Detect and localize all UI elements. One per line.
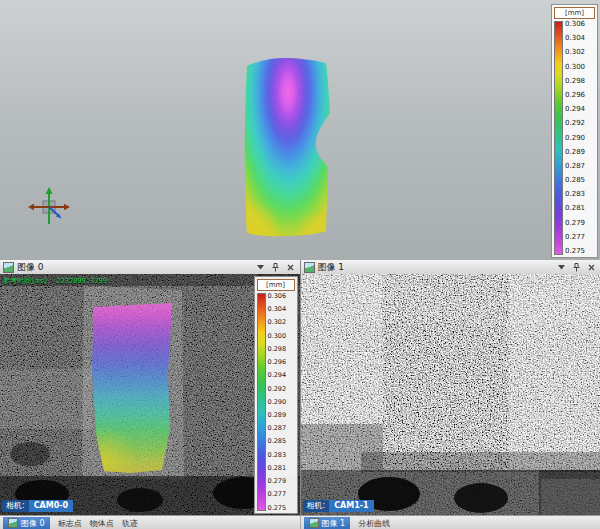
legend-value: 0.304 [565,35,595,42]
camera-label-key: 相机: [2,500,29,512]
tab-markers[interactable]: 标志点 [58,518,82,529]
legend-value: 0.289 [565,149,595,156]
image-panel-icon [304,262,315,273]
legend-value: 0.306 [268,293,295,300]
chevron-down-icon [257,265,264,270]
legend-value: 0.300 [268,333,295,340]
camera-label-value: CAM0-0 [29,500,73,512]
coordinate-axes-icon [26,184,72,230]
legend-value: 0.283 [268,452,295,459]
legend-value: 0.277 [268,491,295,498]
legend-value: 0.275 [268,505,295,512]
close-icon [287,264,294,271]
panel-title: 图像 1 [318,261,345,274]
camera-label-0: 相机: CAM0-0 [2,500,73,512]
chevron-down-icon [558,265,565,270]
legend-value: 0.277 [565,234,595,241]
pin-icon [572,263,581,272]
legend-value: 0.289 [268,412,295,419]
legend-value: 0.298 [565,78,595,85]
legend-value: 0.298 [268,346,295,353]
bottom-status-bar: 图像 0 标志点 物体点 轨迹 图像 1 分析曲线 [0,515,600,529]
legend-value: 0.292 [565,120,595,127]
reference-time-label: 参考时间[ms]: 2232099.3799 [3,276,107,286]
legend-value: 0.290 [565,135,595,142]
legend-value: 0.304 [268,306,295,313]
camera-view-0[interactable]: 参考时间[ms]: 2232099.3799 [mm] 0.3060.3040.… [0,274,300,515]
specimen-contour-plot [0,0,600,260]
legend-value: 0.306 [565,21,595,28]
camera-label-key: 相机: [303,500,330,512]
status-half-image1: 图像 1 分析曲线 [300,516,600,529]
legend-value: 0.292 [268,386,295,393]
tab-label: 图像 0 [21,518,45,529]
3d-viewport[interactable]: [mm] 0.3060.3040.3020.3000.2980.2960.294… [0,0,600,260]
tab-image0[interactable]: 图像 0 [3,517,50,529]
tab-image1[interactable]: 图像 1 [304,517,351,529]
panel-image1: 图像 1 [300,260,600,515]
legend-value: 0.285 [565,177,595,184]
legend-unit-label: [mm] [257,279,295,291]
legend-value: 0.287 [268,425,295,432]
image-panel-icon [309,518,319,528]
legend-unit-label: [mm] [554,7,595,19]
panel-pin-button[interactable] [270,262,282,273]
legend-value: 0.279 [268,478,295,485]
image-panel-icon [3,262,14,273]
legend-value: 0.283 [565,191,595,198]
panel-title: 图像 0 [17,261,44,274]
tab-object-points[interactable]: 物体点 [90,518,114,529]
tab-analysis-curves[interactable]: 分析曲线 [358,518,390,529]
panel-close-button[interactable] [585,262,597,273]
legend-value: 0.302 [268,319,295,326]
legend-value: 0.294 [565,106,595,113]
panel-close-button[interactable] [285,262,297,273]
pin-icon [271,263,280,272]
legend-value: 0.281 [565,205,595,212]
legend-colorbar [554,21,563,255]
status-half-image0: 图像 0 标志点 物体点 轨迹 [0,516,300,529]
legend-value: 0.296 [268,359,295,366]
tab-label: 图像 1 [322,518,346,529]
camera-label-value: CAM1-1 [329,500,373,512]
camera-panels-area: 图像 0 [0,260,600,515]
tab-trajectory[interactable]: 轨迹 [122,518,138,529]
panel-menu-button[interactable] [555,262,567,273]
panel-menu-button[interactable] [255,262,267,273]
legend-value: 0.296 [565,92,595,99]
camera-label-1: 相机: CAM1-1 [303,500,374,512]
legend-value: 0.290 [268,399,295,406]
legend-values: 0.3060.3040.3020.3000.2980.2960.2940.292… [565,21,595,255]
color-scale-legend-3d: [mm] 0.3060.3040.3020.3000.2980.2960.294… [551,4,598,258]
close-icon [588,264,595,271]
legend-value: 0.275 [565,248,595,255]
camera-view-1[interactable]: 相机: CAM1-1 [301,274,600,515]
dic-application-window: [mm] 0.3060.3040.3020.3000.2980.2960.294… [0,0,600,529]
legend-value: 0.285 [268,438,295,445]
legend-value: 0.294 [268,372,295,379]
legend-value: 0.281 [268,465,295,472]
image-panel-icon [8,518,18,528]
legend-values: 0.3060.3040.3020.3000.2980.2960.2940.292… [268,293,295,511]
panel-image0: 图像 0 [0,260,300,515]
legend-value: 0.279 [565,220,595,227]
legend-value: 0.287 [565,163,595,170]
panel-header-image1[interactable]: 图像 1 [301,260,600,275]
legend-colorbar [257,293,266,511]
panel-pin-button[interactable] [570,262,582,273]
legend-value: 0.300 [565,64,595,71]
color-scale-legend-camera0: [mm] 0.3060.3040.3020.3000.2980.2960.294… [254,276,298,514]
camera1-speckle-image [301,274,600,515]
panel-header-image0[interactable]: 图像 0 [0,260,300,275]
legend-value: 0.302 [565,49,595,56]
